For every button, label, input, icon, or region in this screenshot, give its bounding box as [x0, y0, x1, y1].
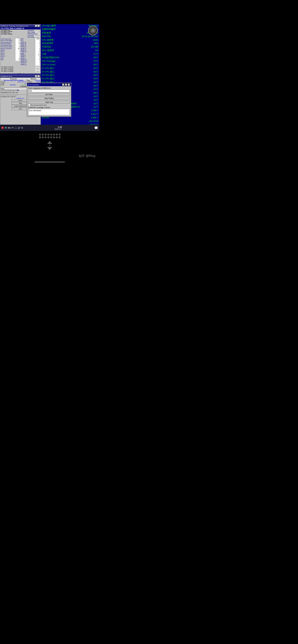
- start-testing-button[interactable]: tart Testin: [28, 93, 70, 96]
- rtl-section: RTL (MC0 C0 A1/A2)73/73 RTL (MC0 C1 A1/A…: [0, 66, 40, 72]
- notification-icon[interactable]: 💬: [94, 126, 98, 130]
- stop-testing-button[interactable]: Stop Testing: [28, 97, 70, 100]
- testmem-minimize-button[interactable]: ─: [35, 75, 37, 77]
- taskbar-icon-64: 64: [8, 127, 10, 129]
- keyboard-hint: [0, 134, 99, 138]
- timing-grid: CAS# Latency (tCL)15 RAS# to CAS# (tRCD)…: [0, 38, 40, 66]
- kdot-6: [53, 134, 55, 136]
- popup-window-buttons: ─ □ ✕: [62, 83, 70, 86]
- popup-close-button[interactable]: ✕: [67, 83, 70, 86]
- testmem-left-col: Processor 12th Gen Intel Core i5-12600K …: [1, 78, 26, 87]
- testmem-close-button[interactable]: ✕: [37, 75, 40, 77]
- kdot-3: [45, 134, 47, 136]
- asrock-subtitle: OG STRIX Z690-A GAMING W: [0, 27, 40, 30]
- home-bar: [0, 160, 99, 164]
- popup-minimize-button[interactable]: ─: [62, 83, 64, 86]
- asrock-close-button[interactable]: ✕: [37, 25, 40, 27]
- open-log-button[interactable]: Open Log: [28, 101, 70, 104]
- taskbar-icon-headset: 🎧: [15, 127, 17, 129]
- asrock-dimm-info: nela-DIMM1 None nela-DIMM2 16384MB nela-…: [1, 30, 12, 38]
- testmem-window-buttons: ─ ✕: [35, 75, 40, 77]
- taskbar-icon-1: 🔴: [1, 127, 4, 129]
- popup-action-buttons: tart Testin Stop Testing Open Log: [28, 93, 70, 104]
- tests-col: Tests 1 2 3 4 5 6 7 8 9 10 11 12 13 14 1…: [1, 88, 27, 94]
- hwinfo-row-10: CPU Package67°C: [41, 60, 99, 63]
- taskbar-clock: 1:38 2022/7/17: [55, 126, 62, 130]
- hwinfo-row-11: CPU IA Cores66°C: [41, 63, 99, 67]
- scroll-arrow-button[interactable]: [47, 141, 52, 150]
- hwinfo-row-15: #4 CPU 核心64°C: [41, 77, 99, 81]
- bottom-area: 知乎 @Phxy: [0, 131, 99, 165]
- kdot-9: [39, 136, 41, 138]
- hwinfo-row-9: 中央处理器(CPU)55°C: [41, 56, 99, 60]
- taskbar-time: 1:38: [55, 126, 62, 128]
- screenshot-area: CPU 核心频率5200 MHz北桥时钟频率4900 MHz存取速度DDR4-4…: [0, 24, 99, 131]
- kdot-15: [56, 136, 58, 138]
- popup-restore-button[interactable]: □: [65, 83, 67, 86]
- kdot-11: [45, 136, 47, 138]
- kdot-2: [42, 134, 44, 136]
- hwinfo-row-14: #3 CPU 核心64°C: [41, 74, 99, 77]
- asrock-titlebar: ASRock Timing Configurator ─ ✕: [0, 24, 40, 27]
- kdot-7: [56, 134, 58, 136]
- error-information-area: Error information: [28, 109, 70, 115]
- popup-progress: [\] 945.6% Coverage, 0 Errors: [28, 107, 70, 108]
- hwinfo-row-13: #2 CPU 核心63°C: [41, 70, 99, 74]
- mem-test-popup: [0 Errors] Mem... ─ □ ✕ Enter megabytes …: [27, 83, 71, 117]
- hwinfo-row-27: 101.03 W: [41, 120, 99, 123]
- hwinfo-row-3: 内存计时15-15-15-28 CR2: [41, 35, 99, 38]
- asrock-title: ASRock Timing Configurator: [1, 25, 29, 27]
- asrock-logo: ASRock: [0, 72, 40, 74]
- low-priority-label: Run as low priority thre: [31, 104, 46, 106]
- popup-body: Enter megabytes of RAM to te: tart Testi…: [27, 86, 71, 116]
- asrock-window: ASRock Timing Configurator ─ ✕ OG STRIX …: [0, 24, 41, 74]
- asrock-window-buttons: ─ ✕: [35, 25, 40, 27]
- test-simple-row: Simple Memory Test*, 256, 1.3Gb: [1, 92, 27, 93]
- taskbar-date: 2022/7/17: [55, 128, 62, 130]
- kdot-16: [59, 136, 61, 138]
- hwinfo-row-7: GPU 使用率4%: [41, 49, 99, 52]
- testmem-title: TestMem5 v0.12: [1, 76, 12, 77]
- scroll-divider: [49, 144, 50, 147]
- error-info-label: Error information: [29, 110, 69, 111]
- hwinfo-row-6: 可用内存315 MB: [41, 45, 99, 49]
- hwinfo-row-12: #1 CPU 核心64°C: [41, 67, 99, 70]
- taskbar-icon-2: 📷: [5, 127, 7, 129]
- top-black-area: [0, 0, 99, 24]
- kdot-14: [53, 136, 55, 138]
- asrock-right-info: Channels DDual PSS : DRAM1:42 DRAM Frequ…: [28, 30, 40, 38]
- kdot-10: [42, 136, 44, 138]
- kdot-5: [50, 134, 52, 136]
- hwinfo-row-4: CPU 使用率100%: [41, 38, 99, 42]
- testmem-titlebar: TestMem5 v0.12 ─ ✕: [0, 75, 40, 78]
- popup-ram-label: Enter megabytes of RAM to te:: [28, 87, 70, 89]
- hwinfo-row-8: 主板37°C: [41, 52, 99, 56]
- popup-ram-input[interactable]: [28, 90, 70, 92]
- taskbar-icon-lang: 英: [21, 127, 23, 129]
- popup-titlebar: [0 Errors] Mem... ─ □ ✕: [27, 83, 71, 86]
- timing-right-col: tREFI65535 tCKE4 tRDRD_sg5 tRDRD_dg4 tRD…: [21, 38, 40, 66]
- low-priority-row: Run as low priority thre: [28, 104, 70, 106]
- scroll-down-arrow[interactable]: [47, 147, 52, 150]
- popup-title-text: [0 Errors] Mem...: [28, 84, 40, 86]
- zhihu-watermark: 知乎 @Phxy: [0, 154, 99, 158]
- kdot-12: [47, 136, 49, 138]
- home-indicator[interactable]: [34, 162, 65, 163]
- asrock-minimize-button[interactable]: ─: [35, 25, 37, 27]
- asrock-info-bar: nela-DIMM1 None nela-DIMM2 16384MB nela-…: [0, 30, 40, 38]
- camera-icon: [88, 26, 98, 35]
- hwinfo-row-5: 内存使用率99%: [41, 42, 99, 45]
- taskbar-system-icons: 🔴 📷 64 🎮 🎧 🔊 英: [1, 127, 23, 129]
- scroll-up-arrow[interactable]: [47, 141, 52, 144]
- taskbar: 🔴 📷 64 🎮 🎧 🔊 英 1:38 2022/7/17 💬: [0, 125, 99, 131]
- kdot-1: [39, 134, 41, 136]
- low-priority-checkbox[interactable]: [28, 104, 30, 106]
- timing-left-col: CAS# Latency (tCL)15 RAS# to CAS# (tRCD)…: [1, 38, 20, 66]
- taskbar-icon-game: 🎮: [11, 127, 14, 129]
- keyboard-dots-grid: [39, 134, 61, 138]
- kdot-4: [47, 134, 49, 136]
- taskbar-icon-volume: 🔊: [18, 127, 20, 129]
- scroll-controls[interactable]: [0, 141, 99, 150]
- kdot-13: [50, 136, 52, 138]
- kdot-8: [59, 134, 61, 136]
